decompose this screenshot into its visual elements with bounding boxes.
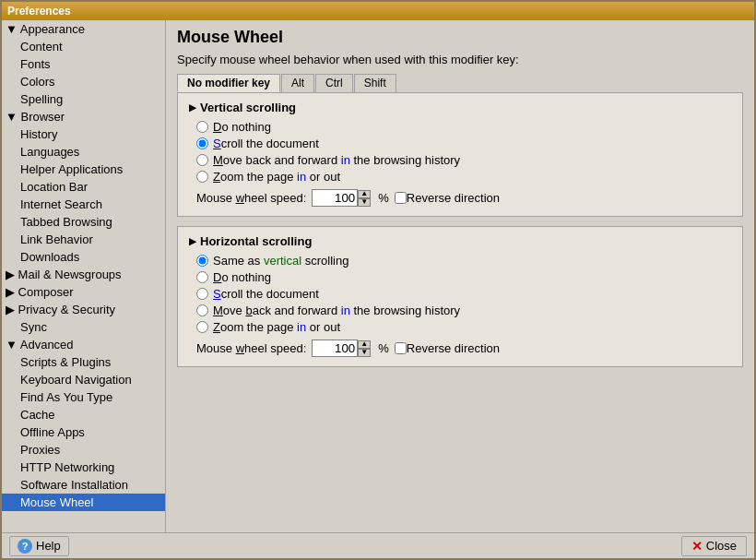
vs-nothing-row: Do nothing: [196, 120, 731, 134]
hs-zoom-radio[interactable]: [196, 321, 208, 333]
sidebar-item-tabbed-browsing[interactable]: Tabbed Browsing: [2, 213, 165, 231]
vs-speed-down[interactable]: ▼: [358, 198, 371, 207]
horizontal-scrolling-header: Horizontal scrolling: [189, 234, 731, 248]
sidebar-item-spelling[interactable]: Spelling: [2, 90, 165, 108]
vs-history-row: Move back and forward in the browsing hi…: [196, 153, 731, 167]
vs-history-label: Move back and forward in the browsing hi…: [213, 153, 460, 167]
sidebar-item-find-as-you-type[interactable]: Find As You Type: [2, 388, 165, 406]
sidebar-item-privacy-security[interactable]: ▶ Privacy & Security: [2, 301, 165, 318]
hs-speed-row: Mouse wheel speed: ▲ ▼ % Reverse directi…: [196, 340, 731, 357]
preferences-window: Preferences ▼ Appearance Content Fonts C…: [0, 0, 756, 560]
sidebar-item-history[interactable]: History: [2, 125, 165, 143]
sidebar-item-link-behavior[interactable]: Link Behavior: [2, 231, 165, 248]
vs-speed-input[interactable]: [312, 189, 358, 207]
vs-speed-label: Mouse wheel speed:: [196, 191, 306, 205]
bottom-bar: ? Help ✕ Close: [2, 532, 754, 558]
page-title: Mouse Wheel: [177, 28, 743, 47]
sidebar-item-languages[interactable]: Languages: [2, 143, 165, 161]
vs-reverse-checkbox[interactable]: [395, 192, 407, 204]
hs-same-label: Same as vertical scrolling: [213, 254, 348, 268]
hs-nothing-row: Do nothing: [196, 270, 731, 284]
sidebar-item-browser[interactable]: ▼ Browser: [2, 108, 165, 125]
vs-zoom-radio[interactable]: [196, 171, 208, 183]
sidebar-item-location-bar[interactable]: Location Bar: [2, 178, 165, 196]
sidebar-item-colors[interactable]: Colors: [2, 73, 165, 90]
sidebar-item-advanced[interactable]: ▼ Advanced: [2, 336, 165, 353]
hs-zoom-label: Zoom the page in or out: [213, 320, 340, 334]
help-button[interactable]: ? Help: [9, 536, 69, 556]
close-label: Close: [706, 539, 737, 553]
page-subtitle: Specify mouse wheel behavior when used w…: [177, 53, 743, 66]
hs-same-row: Same as vertical scrolling: [196, 254, 731, 268]
tab-bar: No modifier key Alt Ctrl Shift: [177, 74, 743, 92]
sidebar-item-downloads[interactable]: Downloads: [2, 248, 165, 266]
tab-no-modifier[interactable]: No modifier key: [177, 74, 280, 92]
sidebar-item-mouse-wheel[interactable]: Mouse Wheel: [2, 494, 165, 511]
sidebar: ▼ Appearance Content Fonts Colors Spelli…: [2, 20, 166, 532]
tab-alt[interactable]: Alt: [281, 74, 314, 92]
sidebar-item-composer[interactable]: ▶ Composer: [2, 283, 165, 301]
hs-history-row: Move back and forward in the browsing hi…: [196, 304, 731, 317]
vs-reverse-label: Reverse direction: [407, 191, 500, 205]
sidebar-item-mail-newsgroups[interactable]: ▶ Mail & Newsgroups: [2, 266, 165, 283]
help-label: Help: [36, 539, 61, 553]
vs-zoom-label: Zoom the page in or out: [213, 170, 340, 184]
vs-speed-row: Mouse wheel speed: ▲ ▼ % Reverse directi…: [196, 189, 731, 207]
close-button[interactable]: ✕ Close: [681, 536, 747, 556]
hs-speed-label: Mouse wheel speed:: [196, 341, 306, 355]
window-title: Preferences: [7, 5, 71, 18]
hs-history-label: Move back and forward in the browsing hi…: [213, 304, 460, 317]
hs-speed-down[interactable]: ▼: [358, 349, 371, 357]
hs-scroll-row: Scroll the document: [196, 287, 731, 301]
sidebar-item-offline-apps[interactable]: Offline Apps: [2, 423, 165, 441]
sidebar-item-http-networking[interactable]: HTTP Networking: [2, 459, 165, 476]
sidebar-item-scripts-plugins[interactable]: Scripts & Plugins: [2, 353, 165, 371]
hs-reverse-label: Reverse direction: [407, 341, 500, 355]
hs-speed-spinner: ▲ ▼: [358, 340, 371, 357]
hs-zoom-row: Zoom the page in or out: [196, 320, 731, 334]
vs-history-radio[interactable]: [196, 154, 208, 166]
main-area: ▼ Appearance Content Fonts Colors Spelli…: [2, 20, 754, 532]
close-x-icon: ✕: [691, 539, 703, 554]
vs-scroll-radio[interactable]: [196, 137, 208, 149]
sidebar-item-sync[interactable]: Sync: [2, 318, 165, 336]
help-icon: ?: [18, 539, 32, 554]
hs-same-radio[interactable]: [196, 255, 208, 267]
vs-nothing-radio[interactable]: [196, 121, 208, 133]
tab-ctrl[interactable]: Ctrl: [315, 74, 353, 92]
sidebar-item-software-installation[interactable]: Software Installation: [2, 476, 165, 494]
vs-speed-unit: %: [378, 191, 389, 205]
sidebar-item-content[interactable]: Content: [2, 38, 165, 55]
hs-reverse-checkbox[interactable]: [395, 342, 407, 354]
content-area: Mouse Wheel Specify mouse wheel behavior…: [166, 20, 754, 532]
sidebar-item-keyboard-navigation[interactable]: Keyboard Navigation: [2, 371, 165, 388]
hs-speed-input[interactable]: [312, 340, 358, 357]
vs-scroll-label: Scroll the document: [213, 137, 319, 150]
sidebar-item-fonts[interactable]: Fonts: [2, 55, 165, 73]
hs-history-radio[interactable]: [196, 304, 208, 316]
titlebar: Preferences: [2, 2, 754, 20]
hs-speed-unit: %: [378, 341, 389, 355]
vs-nothing-label: Do nothing: [213, 120, 271, 134]
hs-nothing-label: Do nothing: [213, 270, 271, 284]
hs-scroll-label: Scroll the document: [213, 287, 319, 301]
vs-zoom-row: Zoom the page in or out: [196, 170, 731, 184]
sidebar-item-cache[interactable]: Cache: [2, 406, 165, 423]
sidebar-item-appearance[interactable]: ▼ Appearance: [2, 20, 165, 38]
hs-scroll-radio[interactable]: [196, 288, 208, 300]
sidebar-item-internet-search[interactable]: Internet Search: [2, 196, 165, 213]
vs-scroll-row: Scroll the document: [196, 137, 731, 150]
sidebar-item-helper-applications[interactable]: Helper Applications: [2, 161, 165, 178]
vs-speed-spinner: ▲ ▼: [358, 190, 371, 207]
vertical-scrolling-header: Vertical scrolling: [189, 101, 731, 114]
horizontal-scrolling-section: Horizontal scrolling Same as vertical sc…: [177, 226, 743, 367]
sidebar-item-proxies[interactable]: Proxies: [2, 441, 165, 459]
vertical-scrolling-section: Vertical scrolling Do nothing Scroll the…: [177, 92, 743, 217]
tab-shift[interactable]: Shift: [354, 74, 396, 92]
hs-nothing-radio[interactable]: [196, 271, 208, 283]
